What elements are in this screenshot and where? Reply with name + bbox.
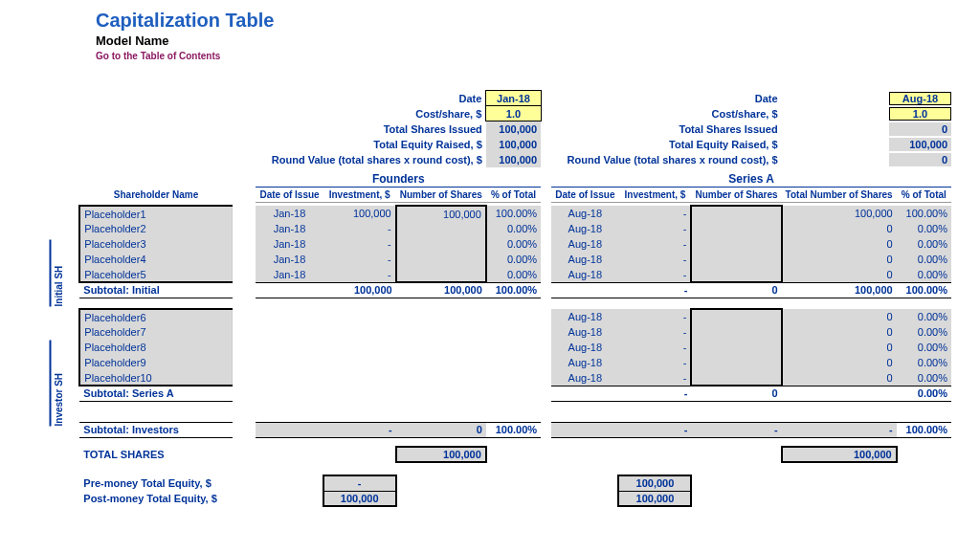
f-pct: 100.00%: [486, 206, 541, 221]
investor-sh-label: Investor SH: [50, 341, 64, 427]
a-shares[interactable]: [691, 355, 781, 370]
a-pct: 0.00%: [897, 267, 951, 282]
a-total: 0: [782, 355, 897, 370]
f-shares[interactable]: [396, 221, 486, 236]
a-date: Aug-18: [551, 221, 618, 236]
a-shares[interactable]: [691, 221, 781, 236]
f-date: Jan-18: [256, 206, 323, 221]
label-costshare-f: Cost/share, $: [256, 106, 485, 121]
f-pct: 0.00%: [486, 236, 541, 252]
initial-sh-label: Initial SH: [50, 240, 64, 307]
postmoney-row: Post-money Total Equity, $ 100,000 100,0…: [67, 491, 951, 506]
a-date: Aug-18: [551, 236, 618, 252]
a-total: 100,000: [782, 206, 897, 221]
a-inv: -: [618, 267, 691, 282]
col-investment-a: Investment, $: [618, 187, 691, 202]
f-date: Jan-18: [256, 221, 323, 236]
founders-date[interactable]: Jan-18: [486, 91, 541, 106]
label-costshare-a: Cost/share, $: [551, 106, 781, 121]
label-tsi-f: Total Shares Issued: [256, 121, 485, 137]
a-shares[interactable]: [691, 252, 781, 267]
a-pct: 0.00%: [897, 324, 951, 340]
initial-row: Placeholder1Jan-18100,000100,000100.00%A…: [67, 206, 951, 221]
label-tsi-a: Total Shares Issued: [551, 121, 781, 137]
investor-row: Placeholder7Aug-18-00.00%: [67, 324, 951, 340]
label-rv-a: Round Value (total shares x round cost),…: [551, 152, 781, 167]
a-pct: 100.00%: [897, 206, 951, 221]
founders-header: Founders: [256, 171, 541, 188]
shareholder-name-cell[interactable]: Placeholder3: [79, 236, 232, 252]
a-inv: -: [618, 221, 691, 236]
f-inv: -: [323, 252, 396, 267]
a-shares[interactable]: [691, 267, 781, 282]
col-totalshares-a: Total Number of Shares: [782, 187, 897, 202]
f-shares[interactable]: [396, 252, 486, 267]
f-shares[interactable]: [396, 267, 486, 282]
a-date: Aug-18: [551, 355, 618, 370]
premoney-row: Pre-money Total Equity, $ - 100,000: [67, 475, 951, 491]
shareholder-name-cell[interactable]: Placeholder9: [79, 355, 232, 370]
a-pct: 0.00%: [897, 340, 951, 355]
investor-row: Placeholder9Aug-18-00.00%: [67, 355, 951, 370]
label-date-seriesa: Date: [551, 91, 781, 106]
f-inv: -: [323, 267, 396, 282]
a-shares[interactable]: [691, 370, 781, 386]
a-inv: -: [618, 309, 691, 324]
subtotal-initial-row: Subtotal: Initial 100,000 100,000 100.00…: [67, 282, 951, 298]
postmoney-a: 100,000: [618, 491, 691, 506]
a-pct: 0.00%: [897, 355, 951, 370]
shareholder-name-cell[interactable]: Placeholder4: [79, 252, 232, 267]
col-investment-f: Investment, $: [323, 187, 396, 202]
a-total: 0: [782, 221, 897, 236]
shareholder-name-cell[interactable]: Placeholder7: [79, 324, 232, 340]
a-date: Aug-18: [551, 324, 618, 340]
subtotal-investors-row: Subtotal: Investors - 0 100.00% - - - 10…: [67, 422, 951, 437]
label-date-founders: Date: [256, 91, 485, 106]
a-total: 0: [782, 340, 897, 355]
seriesa-header: Series A: [551, 171, 951, 188]
a-total: 0: [782, 252, 897, 267]
a-shares[interactable]: [691, 340, 781, 355]
shareholder-name-cell[interactable]: Placeholder10: [79, 370, 232, 386]
f-shares[interactable]: [396, 236, 486, 252]
a-shares[interactable]: [691, 236, 781, 252]
shareholder-name-cell[interactable]: Placeholder6: [79, 309, 232, 324]
col-pct-f: % of Total: [486, 187, 541, 202]
a-total: 0: [782, 324, 897, 340]
shareholder-name-cell[interactable]: Placeholder1: [79, 206, 232, 221]
label-rv-f: Round Value (total shares x round cost),…: [233, 152, 486, 167]
a-pct: 0.00%: [897, 252, 951, 267]
a-shares[interactable]: [691, 206, 781, 221]
a-total: 0: [782, 309, 897, 324]
investor-row: Placeholder6Aug-18-00.00%: [67, 309, 951, 324]
founders-ter: 100,000: [486, 137, 541, 152]
a-pct: 0.00%: [897, 370, 951, 386]
a-inv: -: [618, 355, 691, 370]
total-shares-founders: 100,000: [396, 447, 486, 462]
premoney-f: -: [323, 475, 396, 491]
founders-rv: 100,000: [486, 152, 541, 167]
f-shares[interactable]: 100,000: [396, 206, 486, 221]
shareholder-name-cell[interactable]: Placeholder8: [79, 340, 232, 355]
label-ter-f: Total Equity Raised, $: [256, 137, 485, 152]
a-pct: 0.00%: [897, 221, 951, 236]
a-pct: 0.00%: [897, 309, 951, 324]
a-date: Aug-18: [551, 267, 618, 282]
a-shares[interactable]: [691, 324, 781, 340]
a-shares[interactable]: [691, 309, 781, 324]
f-inv: -: [323, 236, 396, 252]
col-shares-a: Number of Shares: [691, 187, 781, 202]
shareholder-name-cell[interactable]: Placeholder5: [79, 267, 232, 282]
shareholder-name-cell[interactable]: Placeholder2: [79, 221, 232, 236]
toc-link[interactable]: Go to the Table of Contents: [96, 51, 951, 61]
col-pct-a: % of Total: [897, 187, 951, 202]
founders-costshare[interactable]: 1.0: [486, 106, 541, 121]
a-inv: -: [618, 324, 691, 340]
postmoney-f: 100,000: [323, 491, 396, 506]
founders-tsi: 100,000: [486, 121, 541, 137]
seriesa-costshare[interactable]: 1.0: [889, 107, 951, 121]
a-inv: -: [618, 252, 691, 267]
seriesa-date[interactable]: Aug-18: [889, 92, 951, 105]
page-title: Capitalization Table: [96, 10, 951, 32]
a-inv: -: [618, 206, 691, 221]
